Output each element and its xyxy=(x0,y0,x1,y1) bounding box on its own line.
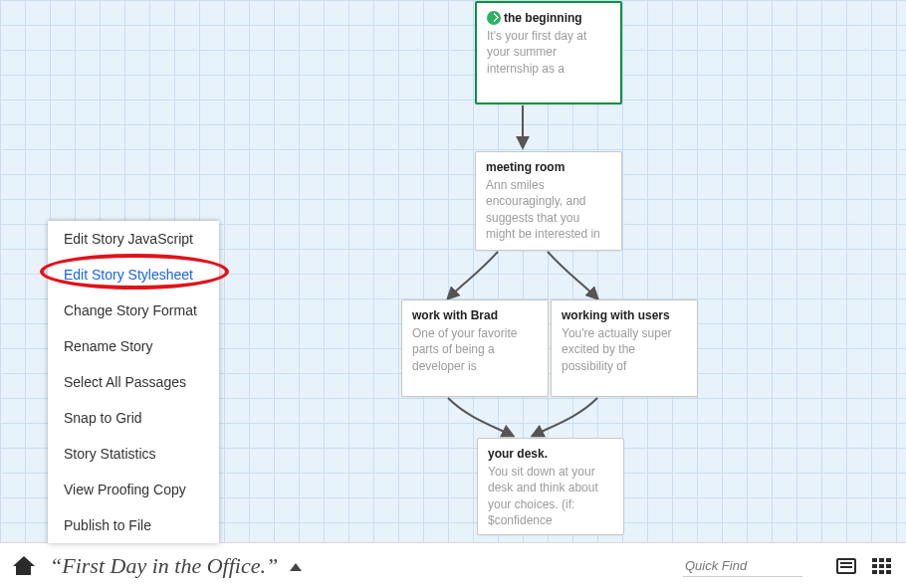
start-passage-icon xyxy=(487,11,501,25)
menu-edit-story-javascript[interactable]: Edit Story JavaScript xyxy=(48,221,219,257)
passage-title: working with users xyxy=(562,307,687,323)
passage-title: your desk. xyxy=(488,446,613,462)
passage-the-beginning[interactable]: the beginning It's your first day at you… xyxy=(475,1,622,104)
home-icon[interactable] xyxy=(14,557,34,575)
passage-body: You sit down at your desk and think abou… xyxy=(488,464,613,528)
passage-body: One of your favorite parts of being a de… xyxy=(412,325,538,374)
passage-meeting-room[interactable]: meeting room Ann smiles encouragingly, a… xyxy=(475,151,622,251)
menu-select-all-passages[interactable]: Select All Passages xyxy=(48,364,219,400)
story-view-icon[interactable] xyxy=(836,558,856,574)
passage-title: work with Brad xyxy=(412,307,538,323)
menu-view-proofing-copy[interactable]: View Proofing Copy xyxy=(48,472,219,507)
quick-find-input[interactable] xyxy=(683,555,802,577)
passage-title-text: the beginning xyxy=(504,11,582,25)
menu-rename-story[interactable]: Rename Story xyxy=(48,328,219,364)
grid-view-icon[interactable] xyxy=(872,558,892,574)
story-context-menu[interactable]: Edit Story JavaScript Edit Story Stylesh… xyxy=(48,221,219,543)
caret-up-icon xyxy=(290,563,302,571)
passage-working-with-users[interactable]: working with users You're actually super… xyxy=(551,299,698,397)
menu-snap-to-grid[interactable]: Snap to Grid xyxy=(48,400,219,436)
bottom-toolbar: “First Day in the Office.” xyxy=(0,542,906,588)
passage-title: meeting room xyxy=(486,159,611,175)
menu-edit-story-stylesheet[interactable]: Edit Story Stylesheet xyxy=(48,257,219,293)
menu-story-statistics[interactable]: Story Statistics xyxy=(48,436,219,472)
menu-change-story-format[interactable]: Change Story Format xyxy=(48,293,219,328)
passage-your-desk[interactable]: your desk. You sit down at your desk and… xyxy=(477,438,624,535)
story-title-button[interactable]: “First Day in the Office.” xyxy=(50,553,302,579)
passage-work-with-brad[interactable]: work with Brad One of your favorite part… xyxy=(401,299,549,397)
passage-body: It's your first day at your summer inter… xyxy=(487,28,610,77)
menu-publish-to-file[interactable]: Publish to File xyxy=(48,507,219,543)
passage-body: You're actually super excited by the pos… xyxy=(562,325,687,374)
passage-body: Ann smiles encouragingly, and suggests t… xyxy=(486,177,611,242)
passage-title: the beginning xyxy=(487,10,610,26)
story-title-text: “First Day in the Office.” xyxy=(50,553,278,578)
